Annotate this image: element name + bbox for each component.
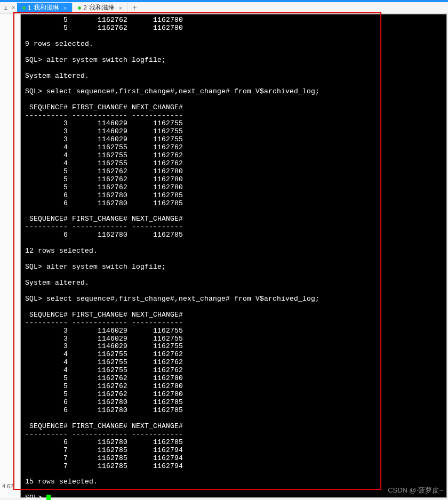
left-gutter: 4.62 [0,14,20,498]
left-gutter-label: 4.62 [2,483,13,489]
watermark: CSDN @·菠萝皮~ [388,486,443,495]
connection-status-icon [22,6,26,10]
terminal-panel[interactable]: 5 1162762 1162780 5 1162762 1162780 9 ro… [20,14,447,498]
close-icon[interactable]: × [10,5,17,11]
tab-number: 2 [83,4,87,12]
cursor-icon [46,495,51,500]
sql-prompt: SQL> [25,494,46,500]
connection-status-icon [78,6,81,10]
tab-label: 我和滋琳 [34,3,59,12]
tab-number: 1 [28,4,31,12]
add-tab-button[interactable]: + [128,4,141,12]
pin-icon[interactable]: ⊥ [2,4,10,11]
tab-close-icon[interactable]: × [63,5,67,11]
tabs-container: 1我和滋琳×2我和滋琳× [17,3,128,13]
terminal-output: 5 1162762 1162780 5 1162762 1162780 9 ro… [21,14,446,500]
tab-bar: ⊥ × 1我和滋琳×2我和滋琳× + [0,2,448,14]
tab-close-icon[interactable]: × [119,5,122,11]
tab-label: 我和滋琳 [89,3,115,12]
sql-prompt-line[interactable]: SQL> [25,486,442,500]
tab-2[interactable]: 2我和滋琳× [73,3,128,13]
tab-1[interactable]: 1我和滋琳× [17,3,73,13]
